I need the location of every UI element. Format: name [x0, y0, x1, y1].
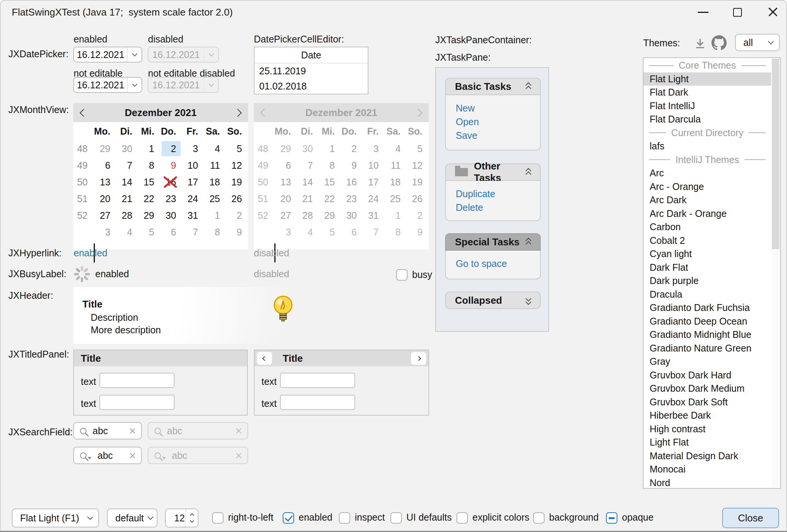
day-cell[interactable]: 19 — [226, 174, 248, 190]
titled-panel-left-button[interactable] — [257, 352, 272, 365]
themes-scrollbar[interactable] — [772, 59, 779, 487]
theme-item[interactable]: Nord — [644, 476, 771, 490]
theme-item[interactable]: Gradianto Nature Green — [644, 342, 771, 355]
day-cell[interactable]: 22 — [139, 190, 161, 207]
previous-month-button[interactable] — [80, 109, 88, 117]
day-cell[interactable]: 18 — [204, 174, 226, 190]
titled-panel-input[interactable] — [99, 373, 175, 388]
day-cell[interactable]: 29 — [94, 140, 116, 157]
theme-item[interactable]: Arc Dark — [644, 193, 771, 207]
minimize-button[interactable] — [690, 0, 716, 24]
theme-item[interactable]: Arc Dark - Orange — [644, 207, 771, 221]
day-cell[interactable]: 31 — [182, 207, 204, 224]
day-cell[interactable]: 12 — [226, 157, 248, 174]
day-cell[interactable]: 29 — [139, 207, 161, 224]
theme-item[interactable]: Arc — [644, 166, 771, 180]
day-cell[interactable]: 25 — [204, 190, 226, 207]
task-link-go-to-space[interactable]: Go to space — [456, 258, 540, 269]
datepicker-dropdown-button[interactable] — [127, 78, 142, 92]
theme-item[interactable]: Flat Light — [644, 72, 771, 86]
day-cell[interactable]: 10 — [182, 157, 204, 174]
titled-panel-input[interactable] — [280, 395, 355, 410]
datepicker-enabled[interactable]: 16.12.2021 — [73, 47, 142, 63]
github-button[interactable] — [711, 35, 727, 51]
search-menu-icon[interactable] — [80, 452, 87, 459]
titled-panel-input[interactable] — [280, 373, 355, 388]
enabled-checkbox[interactable] — [283, 512, 294, 524]
titled-panel-right-button[interactable] — [411, 352, 426, 365]
theme-item[interactable]: Arc - Orange — [644, 180, 771, 194]
day-cell[interactable]: 5 — [226, 140, 248, 157]
explicit-colors-checkbox[interactable] — [456, 512, 468, 524]
table-row[interactable]: 01.02.2018 — [255, 78, 368, 94]
task-link-new[interactable]: New — [456, 103, 540, 113]
theme-item[interactable]: Material Design Dark — [644, 449, 771, 463]
day-cell[interactable]: 23 — [160, 190, 182, 207]
table-row[interactable]: 25.11.2019 — [255, 63, 368, 78]
theme-item[interactable]: Dark Flat — [644, 261, 771, 275]
opaque-checkbox[interactable] — [606, 512, 617, 524]
theme-item[interactable]: Gradianto Dark Fuchsia — [644, 301, 771, 315]
day-cell[interactable]: 11 — [204, 157, 226, 174]
titled-panel-input[interactable] — [99, 395, 175, 410]
theme-item[interactable]: Gradianto Deep Ocean — [644, 315, 771, 328]
background-checkbox[interactable] — [533, 512, 545, 524]
day-cell[interactable]: 13 — [94, 174, 116, 190]
day-cell[interactable]: 4 — [116, 224, 139, 240]
day-cell[interactable]: 27 — [94, 207, 116, 224]
ui-defaults-checkbox[interactable] — [390, 512, 402, 524]
day-cell[interactable]: 1 — [139, 140, 161, 157]
laf-combo[interactable]: Flat Light (F1) — [12, 508, 99, 527]
font-size-spinner[interactable]: 12 — [165, 508, 198, 527]
task-link-save[interactable]: Save — [456, 130, 540, 141]
task-link-delete[interactable]: Delete — [456, 202, 540, 213]
search-input[interactable]: abc — [87, 425, 129, 436]
day-cell[interactable]: 3 — [182, 140, 204, 157]
day-cell[interactable]: 21 — [116, 190, 139, 207]
theme-item[interactable]: Cyan light — [644, 247, 771, 261]
busy-checkbox[interactable] — [396, 269, 408, 281]
day-cell[interactable]: 14 — [116, 174, 139, 190]
day-cell[interactable]: 9 — [226, 224, 248, 240]
search-field-enabled[interactable]: abc × — [73, 422, 142, 439]
day-cell[interactable]: 5 — [139, 224, 161, 240]
day-cell[interactable]: 24 — [182, 190, 204, 207]
theme-item[interactable]: Gradianto Midnight Blue — [644, 328, 771, 342]
theme-item[interactable]: Cobalt 2 — [644, 234, 771, 248]
datepicker-value[interactable]: 16.12.2021 — [74, 47, 127, 62]
taskpane-header-basic-tasks[interactable]: Basic Tasks — [445, 78, 541, 95]
day-cell[interactable]: 16 — [160, 174, 182, 190]
day-cell[interactable]: 7 — [116, 157, 139, 174]
day-cell[interactable]: 17 — [182, 174, 204, 190]
taskpane-header-collapsed[interactable]: Collapsed — [445, 292, 541, 309]
theme-item[interactable]: Gruvbox Dark Soft — [644, 395, 771, 409]
day-cell[interactable]: 15 — [139, 174, 161, 190]
clear-icon[interactable]: × — [129, 425, 141, 437]
day-cell[interactable]: 8 — [139, 157, 161, 174]
clear-icon[interactable]: × — [129, 450, 141, 461]
day-cell[interactable]: 9 — [160, 157, 182, 174]
font-size-value[interactable]: 12 — [166, 509, 186, 527]
theme-item[interactable]: Carbon — [644, 220, 771, 234]
themes-filter-combo[interactable]: all — [735, 34, 780, 51]
theme-item[interactable]: Flat Darcula — [644, 113, 771, 126]
theme-item[interactable]: Flat Dark — [644, 86, 771, 99]
search-field-with-menu-enabled[interactable]: abc × — [73, 447, 142, 464]
maximize-button[interactable] — [724, 0, 751, 24]
task-link-duplicate[interactable]: Duplicate — [456, 188, 540, 199]
font-combo[interactable]: default — [107, 508, 157, 527]
datepicker-dropdown-button[interactable] — [127, 47, 142, 62]
theme-item[interactable]: Monocai — [644, 463, 771, 476]
taskpane-header-other-tasks[interactable]: Other Tasks — [445, 163, 541, 181]
spinner-buttons[interactable] — [186, 509, 198, 527]
day-cell[interactable]: 6 — [94, 157, 116, 174]
theme-item[interactable]: Light Flat — [644, 436, 771, 449]
day-cell[interactable]: 3 — [94, 224, 116, 240]
theme-item[interactable]: Hiberbee Dark — [644, 409, 771, 422]
day-cell[interactable]: 30 — [160, 207, 182, 224]
search-input[interactable]: abc — [91, 450, 129, 461]
theme-item[interactable]: High contrast — [644, 422, 771, 436]
window-titlebar[interactable]: FlatSwingXTest (Java 17; system scale fa… — [0, 0, 787, 24]
hyperlink-enabled[interactable]: enabled — [74, 248, 107, 259]
close-window-button[interactable] — [758, 0, 787, 24]
